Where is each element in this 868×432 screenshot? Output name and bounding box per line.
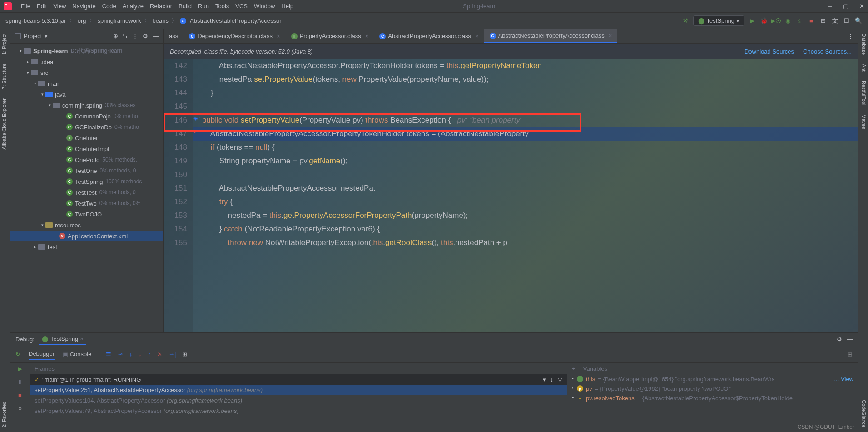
run-config-selector[interactable]: ⬤ TestSpring ▾ <box>693 15 744 26</box>
step-into-icon[interactable]: ↓ <box>129 351 132 358</box>
menu-analyze[interactable]: Analyze <box>123 3 144 10</box>
minimize-icon[interactable]: ─ <box>828 3 832 10</box>
step-over-icon[interactable]: ⤻ <box>118 351 123 358</box>
more-2-icon[interactable]: 文 <box>831 17 839 25</box>
more-1-icon[interactable]: ⊞ <box>819 17 827 24</box>
menu-file[interactable]: File <box>21 3 30 10</box>
menu-navigate[interactable]: Navigate <box>72 3 95 10</box>
right-tab-database[interactable]: Database <box>858 29 868 59</box>
tree-class-1[interactable]: CGCFinalizeDo0% metho <box>10 122 163 133</box>
run-icon[interactable]: ▶ <box>748 17 756 24</box>
menu-tools[interactable]: Tools <box>215 3 229 10</box>
editor-tab-2[interactable]: IPropertyAccessor.class× <box>286 29 374 43</box>
close-icon[interactable]: ✕ <box>859 3 864 10</box>
right-tab-restful[interactable]: RestfulTool <box>858 76 868 110</box>
more-icon[interactable]: » <box>18 405 21 412</box>
download-sources-link[interactable]: Download Sources <box>744 48 794 55</box>
debug-gear-icon[interactable]: ⚙ <box>837 336 842 343</box>
choose-sources-link[interactable]: Choose Sources... <box>803 48 852 55</box>
menu-window[interactable]: Window <box>254 3 275 10</box>
right-tab-maven[interactable]: Maven <box>858 110 868 134</box>
project-tree[interactable]: ▾Spring-learnD:\代码\Spring-learn ▸.idea ▾… <box>10 44 163 332</box>
var-this[interactable]: ▸tthis= {BeanWrapperImpl@1654} "org.spri… <box>567 374 858 384</box>
resume-icon[interactable]: ▶ <box>18 365 22 372</box>
evaluate-icon[interactable]: ⊞ <box>182 351 187 358</box>
left-tab-alibaba[interactable]: Alibaba Cloud Explorer <box>0 94 10 154</box>
editor-tab-0[interactable]: ass <box>164 29 184 43</box>
profile-icon[interactable]: ◉ <box>784 17 792 24</box>
run-to-cursor-icon[interactable]: →| <box>169 351 176 358</box>
hammer-icon[interactable]: ⚒ <box>681 17 689 24</box>
stop-icon[interactable]: ■ <box>807 17 815 24</box>
tree-resources[interactable]: ▾resources <box>10 220 163 231</box>
tree-class-7[interactable]: CTestTest0% methods, 0 <box>10 187 163 198</box>
tree-pkg[interactable]: ▾com.mjh.spring33% classes <box>10 100 163 111</box>
more-3-icon[interactable]: ☐ <box>843 17 851 24</box>
menu-code[interactable]: Code <box>102 3 116 10</box>
debugger-tab[interactable]: Debugger <box>29 349 55 360</box>
pause-icon[interactable]: ⏸ <box>17 378 23 385</box>
tree-java[interactable]: ▾java <box>10 89 163 100</box>
left-tab-project[interactable]: 1: Project <box>0 29 10 59</box>
expand-icon[interactable]: ⇆ <box>123 33 128 39</box>
var-pv[interactable]: ▸ppv= {PropertyValue@1962} "bean propert… <box>567 384 858 393</box>
menu-edit[interactable]: Edit <box>37 3 47 10</box>
step-out-icon[interactable]: ↑ <box>148 351 151 358</box>
coverage-icon[interactable]: ▶⦿ <box>772 17 780 24</box>
project-dropdown-icon[interactable]: ▾ <box>45 33 48 39</box>
code-editor[interactable]: 142 143 144 145 146 147 148 149 150 151 … <box>164 59 858 332</box>
tree-main[interactable]: ▾main <box>10 78 163 89</box>
right-tab-ant[interactable]: Ant <box>858 59 868 76</box>
force-step-icon[interactable]: ↓ <box>139 351 142 358</box>
right-tab-codeglance[interactable]: CodeGlance <box>858 395 868 432</box>
debug-hide-icon[interactable]: — <box>847 336 853 343</box>
crumb-class[interactable]: AbstractNestablePropertyAccessor <box>190 17 282 24</box>
crumb-jar[interactable]: spring-beans-5.3.10.jar <box>5 17 66 24</box>
crumb-beans[interactable]: beans <box>153 17 169 24</box>
editor-dropdown-icon[interactable]: ⋮ <box>843 33 858 39</box>
menu-help[interactable]: Help <box>281 3 293 10</box>
stop-debug-icon[interactable]: ■ <box>18 392 22 398</box>
left-tab-favorites[interactable]: 2: Favorites <box>0 397 10 432</box>
rerun-icon[interactable]: ↻ <box>15 351 20 358</box>
console-tab[interactable]: ▣ Console <box>63 349 91 359</box>
editor-tab-3[interactable]: CAbstractPropertyAccessor.class× <box>374 29 484 43</box>
frame-0[interactable]: setPropertyValue:251, AbstractNestablePr… <box>30 385 567 395</box>
menu-run[interactable]: Run <box>198 3 209 10</box>
editor-tab-1[interactable]: CDependencyDescriptor.class× <box>184 29 285 43</box>
filter-icon[interactable]: ▽ <box>558 376 562 383</box>
tree-class-0[interactable]: CCommonPojo0% metho <box>10 111 163 122</box>
hide-icon[interactable]: — <box>153 33 159 39</box>
crumb-org[interactable]: org <box>78 17 86 24</box>
tree-idea[interactable]: ▸.idea <box>10 56 163 67</box>
left-tab-structure[interactable]: 7: Structure <box>0 59 10 94</box>
editor-tab-4[interactable]: CAbstractNestablePropertyAccessor.class× <box>484 29 618 43</box>
tree-test[interactable]: ▸test <box>10 241 163 252</box>
frame-2[interactable]: setPropertyValues:79, AbstractPropertyAc… <box>30 406 567 416</box>
layout-icon[interactable]: ⊞ <box>848 351 853 358</box>
add-watch-icon[interactable]: + Variables <box>567 363 858 374</box>
tree-class-9[interactable]: CTwoPOJO <box>10 209 163 220</box>
tree-root[interactable]: ▾Spring-learnD:\代码\Spring-learn <box>10 45 163 56</box>
target-icon[interactable]: ⊕ <box>113 33 118 39</box>
debug-icon[interactable]: 🐞 <box>760 17 768 24</box>
maximize-icon[interactable]: ▢ <box>843 3 848 10</box>
menu-vcs[interactable]: VCS <box>235 3 248 10</box>
menu-view[interactable]: View <box>53 3 66 10</box>
menu-refactor[interactable]: Refactor <box>150 3 172 10</box>
menu-build[interactable]: Build <box>179 3 192 10</box>
filter-down-icon[interactable]: ↓ <box>551 376 554 383</box>
tree-appctx[interactable]: xApplicationContext.xml <box>10 231 163 241</box>
crumb-sfw[interactable]: springframework <box>98 17 141 24</box>
tree-class-8[interactable]: CTestTwo0% methods, 0% <box>10 198 163 209</box>
thread-selector[interactable]: ✓ "main"@1 in group "main": RUNNING ▾↓▽ <box>30 374 567 385</box>
threads-icon[interactable]: ☰ <box>106 351 111 358</box>
tree-class-3[interactable]: COneInterImpl <box>10 143 163 154</box>
tree-src[interactable]: ▾src <box>10 67 163 78</box>
drop-frame-icon[interactable]: ✕ <box>157 351 162 358</box>
var-tokens[interactable]: ▸∞pv.resolvedTokens= {AbstractNestablePr… <box>567 393 858 403</box>
search-icon[interactable]: 🔍 <box>854 17 863 24</box>
tree-class-2[interactable]: IOneInter <box>10 133 163 143</box>
debug-session-tab[interactable]: ⬤ TestSpring × <box>39 334 86 345</box>
gear-icon[interactable]: ⚙ <box>143 33 148 39</box>
